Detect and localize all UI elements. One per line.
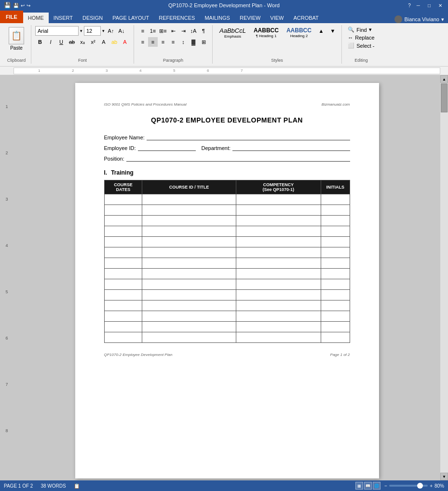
table-cell[interactable] (104, 269, 142, 279)
table-cell[interactable] (236, 258, 321, 269)
table-row[interactable] (104, 290, 350, 300)
table-row[interactable] (104, 279, 350, 290)
table-cell[interactable] (236, 290, 321, 300)
table-cell[interactable] (104, 247, 142, 258)
italic-button[interactable]: I (46, 37, 55, 47)
table-cell[interactable] (104, 237, 142, 247)
table-cell[interactable] (142, 216, 236, 226)
table-cell[interactable] (142, 247, 236, 258)
table-cell[interactable] (236, 237, 321, 247)
employee-name-line[interactable] (147, 134, 350, 140)
quick-access-save[interactable]: 💾 (13, 3, 19, 8)
numbering-button[interactable]: 1≡ (148, 26, 158, 36)
table-row[interactable] (104, 226, 350, 237)
print-layout-view[interactable]: ▦ (355, 482, 363, 490)
zoom-thumb[interactable] (417, 483, 423, 489)
line-spacing-button[interactable]: ↕ (178, 37, 188, 47)
position-line[interactable] (126, 155, 350, 162)
strikethrough-button[interactable]: ab (67, 37, 77, 47)
chevron-down-icon[interactable]: ▾ (441, 16, 444, 23)
table-cell[interactable] (321, 216, 350, 226)
table-cell[interactable] (321, 269, 350, 279)
text-effects-button[interactable]: A (99, 37, 109, 47)
scroll-track[interactable] (440, 83, 448, 473)
superscript-button[interactable]: x² (88, 37, 98, 47)
user-name[interactable]: Bianca Viviano ▾ (394, 15, 448, 23)
increase-indent-button[interactable]: ⇥ (178, 26, 188, 36)
find-arrow[interactable]: ▾ (369, 27, 372, 33)
table-cell[interactable] (321, 322, 350, 332)
table-cell[interactable] (321, 332, 350, 343)
table-cell[interactable] (236, 194, 321, 205)
table-cell[interactable] (142, 332, 236, 343)
table-cell[interactable] (142, 290, 236, 300)
table-cell[interactable] (104, 311, 142, 322)
table-cell[interactable] (142, 226, 236, 237)
bold-button[interactable]: B (35, 37, 45, 47)
underline-button[interactable]: U (56, 37, 66, 47)
table-cell[interactable] (321, 290, 350, 300)
font-size-arrow[interactable]: ▾ (102, 28, 105, 33)
table-cell[interactable] (321, 279, 350, 290)
decrease-font-button[interactable]: A↓ (117, 26, 126, 36)
table-cell[interactable] (142, 322, 236, 332)
table-cell[interactable] (321, 226, 350, 237)
table-row[interactable] (104, 322, 350, 332)
table-cell[interactable] (321, 300, 350, 311)
align-right-button[interactable]: ≡ (158, 37, 168, 47)
word-count[interactable]: 38 WORDS (41, 483, 66, 489)
paste-button[interactable]: 📋 Paste (6, 26, 27, 52)
maximize-button[interactable]: □ (426, 3, 433, 8)
table-cell[interactable] (104, 332, 142, 343)
style-heading2[interactable]: AABBCC Heading 2 (284, 26, 314, 39)
web-layout-view[interactable]: 🌐 (373, 482, 380, 490)
employee-id-line[interactable] (138, 144, 196, 151)
table-cell[interactable] (236, 322, 321, 332)
table-cell[interactable] (104, 258, 142, 269)
table-cell[interactable] (236, 205, 321, 216)
select-button[interactable]: ⬜ Select - (346, 42, 376, 49)
table-cell[interactable] (236, 300, 321, 311)
tab-home[interactable]: HOME (23, 13, 49, 23)
help-icon[interactable]: ? (408, 3, 411, 8)
scroll-thumb[interactable] (441, 83, 448, 112)
table-row[interactable] (104, 205, 350, 216)
table-row[interactable] (104, 332, 350, 343)
tab-review[interactable]: REVIEW (235, 13, 265, 23)
zoom-level[interactable]: 80% (434, 483, 444, 489)
table-cell[interactable] (321, 194, 350, 205)
font-size-select[interactable]: 12 (84, 26, 101, 36)
table-row[interactable] (104, 258, 350, 269)
multilevel-button[interactable]: ⊞≡ (158, 26, 168, 36)
scroll-up-button[interactable]: ▲ (440, 75, 448, 83)
tab-acrobat[interactable]: ACROBAT (288, 13, 323, 23)
borders-button[interactable]: ⊞ (199, 37, 208, 47)
font-name-arrow[interactable]: ▾ (80, 28, 82, 33)
quick-access-redo[interactable]: ↪ (27, 3, 30, 8)
tab-references[interactable]: REFERENCES (154, 13, 200, 23)
zoom-slider[interactable] (389, 485, 428, 487)
table-row[interactable] (104, 269, 350, 279)
table-cell[interactable] (236, 247, 321, 258)
style-heading1[interactable]: AABBCC ¶ Heading 1 (251, 26, 282, 39)
shading-button[interactable]: ▓ (189, 37, 198, 47)
find-button[interactable]: 🔍 Find ▾ (346, 26, 373, 33)
styles-scroll-down[interactable]: ▼ (328, 26, 338, 36)
table-row[interactable] (104, 247, 350, 258)
tab-design[interactable]: DESIGN (78, 13, 108, 23)
document-page[interactable]: ISO 9001 QMS Policies and Procedures Man… (75, 83, 379, 478)
table-cell[interactable] (236, 279, 321, 290)
highlight-button[interactable]: ab (109, 37, 119, 47)
table-cell[interactable] (321, 311, 350, 322)
increase-font-button[interactable]: A↑ (106, 26, 116, 36)
page-indicator[interactable]: PAGE 1 OF 2 (4, 483, 33, 489)
scroll-down-button[interactable]: ▼ (440, 473, 448, 480)
replace-button[interactable]: ↔ Replace (346, 34, 376, 41)
decrease-indent-button[interactable]: ⇤ (168, 26, 178, 36)
table-cell[interactable] (236, 226, 321, 237)
table-cell[interactable] (236, 311, 321, 322)
table-cell[interactable] (142, 279, 236, 290)
align-left-button[interactable]: ≡ (138, 37, 148, 47)
subscript-button[interactable]: x₂ (78, 37, 87, 47)
zoom-in-button[interactable]: + (430, 483, 433, 489)
